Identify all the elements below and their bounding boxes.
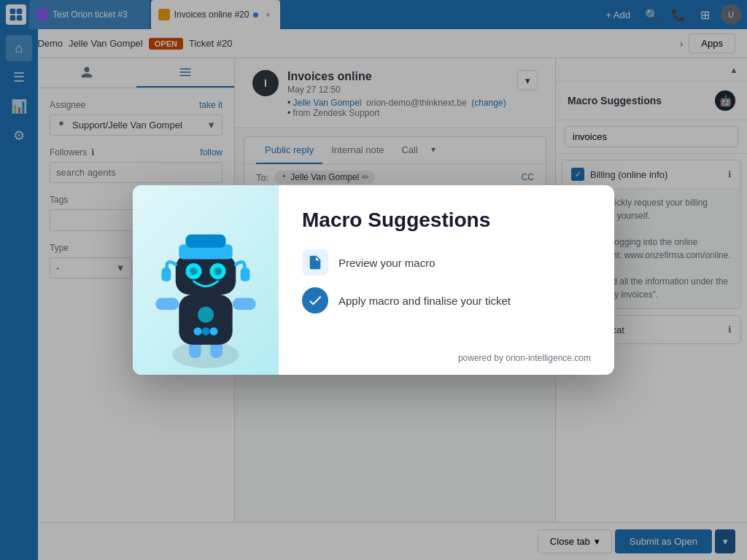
- overlay[interactable]: Macro Suggestions Preview your macro App…: [0, 0, 747, 560]
- svg-point-8: [198, 307, 214, 323]
- check-icon: [302, 287, 328, 314]
- svg-point-16: [214, 267, 222, 275]
- popup-feature-text-1: Preview your macro: [338, 257, 436, 269]
- popup-feature-1: Preview your macro: [302, 249, 591, 276]
- svg-point-22: [202, 327, 210, 335]
- svg-point-4: [172, 341, 239, 368]
- svg-rect-19: [162, 268, 171, 281]
- popup-content: Macro Suggestions Preview your macro App…: [279, 185, 614, 375]
- svg-point-15: [190, 267, 198, 275]
- popup-footer: powered by orion-intelligence.com: [302, 353, 591, 363]
- popup-feature-2: Apply macro and finalise your ticket: [302, 287, 591, 314]
- popup-title: Macro Suggestions: [302, 209, 591, 232]
- popup-illustration: [133, 185, 279, 375]
- svg-rect-10: [233, 298, 256, 310]
- svg-point-23: [210, 327, 218, 335]
- doc-icon: [302, 249, 328, 276]
- svg-rect-20: [241, 268, 250, 281]
- svg-rect-9: [155, 298, 179, 310]
- svg-rect-18: [186, 235, 226, 248]
- svg-point-21: [194, 327, 202, 335]
- popup: Macro Suggestions Preview your macro App…: [133, 185, 614, 375]
- popup-feature-text-2: Apply macro and finalise your ticket: [338, 295, 511, 307]
- svg-rect-12: [176, 254, 236, 295]
